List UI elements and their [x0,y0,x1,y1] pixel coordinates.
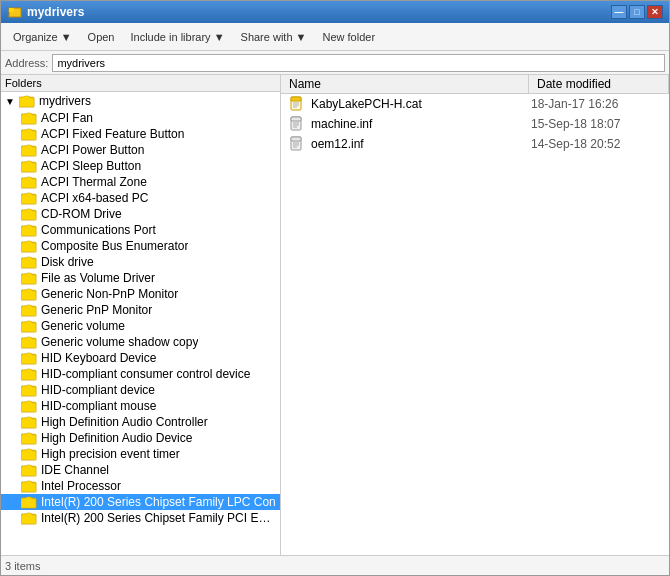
tree-item-label: CD-ROM Drive [41,207,122,221]
tree-item-label: HID-compliant device [41,383,155,397]
left-panel-header: Folders [1,75,280,92]
tree-item[interactable]: HID-compliant consumer control device [1,366,280,382]
file-date: 15-Sep-18 18:07 [531,117,661,131]
status-bar: 3 items [1,555,669,575]
file-date: 18-Jan-17 16:26 [531,97,661,111]
right-panel: Name Date modified KabyLakePCH-H.cat18-J… [281,75,669,555]
tree-item-label: IDE Channel [41,463,109,477]
tree-item[interactable]: High precision event timer [1,446,280,462]
folders-label: Folders [5,77,42,89]
tree-item-label: Composite Bus Enumerator [41,239,188,253]
include-in-library-button[interactable]: Include in library ▼ [123,29,233,45]
folder-icon [21,351,37,365]
folder-icon [21,367,37,381]
tree-item[interactable]: CD-ROM Drive [1,206,280,222]
tree-item[interactable]: Generic Non-PnP Monitor [1,286,280,302]
folder-icon [21,479,37,493]
organize-button[interactable]: Organize ▼ [5,29,80,45]
column-header-name[interactable]: Name [281,75,529,93]
tree-item[interactable]: Intel(R) 200 Series Chipset Family PCI E… [1,510,280,526]
folder-icon [21,255,37,269]
tree-item[interactable]: High Definition Audio Controller [1,414,280,430]
folder-icon [21,447,37,461]
tree-item[interactable]: IDE Channel [1,462,280,478]
folder-icon [21,271,37,285]
svg-rect-30 [291,97,301,101]
root-folder-icon [19,94,35,108]
tree-item[interactable]: HID-compliant mouse [1,398,280,414]
tree-item[interactable]: ACPI Fixed Feature Button [1,126,280,142]
tree-item[interactable]: Composite Bus Enumerator [1,238,280,254]
folder-icon [21,511,37,525]
tree-item[interactable]: Intel(R) 200 Series Chipset Family LPC C… [1,494,280,510]
share-with-button[interactable]: Share with ▼ [233,29,315,45]
tree-item-label: Intel(R) 200 Series Chipset Family PCI E… [41,511,276,525]
svg-rect-1 [9,8,14,12]
file-items-container: KabyLakePCH-H.cat18-Jan-17 16:26 machine… [281,94,669,154]
tree-item[interactable]: ACPI Power Button [1,142,280,158]
tree-item-label: HID-compliant consumer control device [41,367,250,381]
minimize-button[interactable]: — [611,5,627,19]
folder-icon [21,415,37,429]
tree-item[interactable]: High Definition Audio Device [1,430,280,446]
tree-item[interactable]: Disk drive [1,254,280,270]
left-panel: Folders ▼ mydrivers ACPI [1,75,281,555]
tree-item-label: High precision event timer [41,447,180,461]
address-input[interactable] [52,54,665,72]
new-folder-button[interactable]: New folder [314,29,383,45]
folder-icon [21,463,37,477]
tree-item-label: Intel Processor [41,479,121,493]
status-text: 3 items [5,560,40,572]
tree-item[interactable]: HID-compliant device [1,382,280,398]
tree-item-label: ACPI Fixed Feature Button [41,127,184,141]
tree-item-label: ACPI Sleep Button [41,159,141,173]
folder-icon [21,223,37,237]
file-icon [289,96,305,112]
file-name: machine.inf [311,117,525,131]
tree-item-label: Generic PnP Monitor [41,303,152,317]
tree-item[interactable]: HID Keyboard Device [1,350,280,366]
tree-item[interactable]: ACPI Thermal Zone [1,174,280,190]
window-icon [7,4,23,20]
file-list[interactable]: KabyLakePCH-H.cat18-Jan-17 16:26 machine… [281,94,669,555]
tree-root[interactable]: ▼ mydrivers [1,92,280,110]
file-item[interactable]: machine.inf15-Sep-18 18:07 [281,114,669,134]
folder-icon [21,191,37,205]
tree-item-label: Generic volume [41,319,125,333]
column-header-date[interactable]: Date modified [529,75,669,93]
close-button[interactable]: ✕ [647,5,663,19]
tree-item-label: File as Volume Driver [41,271,155,285]
maximize-button[interactable]: □ [629,5,645,19]
tree-item-label: HID-compliant mouse [41,399,156,413]
tree-item[interactable]: ACPI Sleep Button [1,158,280,174]
tree-item[interactable]: ACPI Fan [1,110,280,126]
open-button[interactable]: Open [80,29,123,45]
file-item[interactable]: oem12.inf14-Sep-18 20:52 [281,134,669,154]
tree-item-label: Communications Port [41,223,156,237]
root-folder-label: mydrivers [39,94,91,108]
folder-icon [21,495,37,509]
toolbar: Organize ▼ Open Include in library ▼ Sha… [1,23,669,51]
file-item[interactable]: KabyLakePCH-H.cat18-Jan-17 16:26 [281,94,669,114]
folder-icon [21,239,37,253]
tree-item[interactable]: Generic volume [1,318,280,334]
tree-item[interactable]: Intel Processor [1,478,280,494]
tree-items-container: ACPI Fan ACPI Fixed Feature Button ACPI … [1,110,280,526]
svg-rect-35 [291,117,301,121]
tree-item-label: ACPI Thermal Zone [41,175,147,189]
tree-item-label: ACPI Power Button [41,143,144,157]
tree-item[interactable]: Communications Port [1,222,280,238]
tree-item-label: Generic volume shadow copy [41,335,198,349]
tree-item-label: Disk drive [41,255,94,269]
folder-icon [21,159,37,173]
tree-item[interactable]: File as Volume Driver [1,270,280,286]
folder-icon [21,175,37,189]
tree-item-label: Intel(R) 200 Series Chipset Family LPC C… [41,495,276,509]
file-name: oem12.inf [311,137,525,151]
tree-item-label: High Definition Audio Device [41,431,192,445]
tree-item[interactable]: Generic volume shadow copy [1,334,280,350]
tree-item[interactable]: Generic PnP Monitor [1,302,280,318]
folder-tree[interactable]: ▼ mydrivers ACPI Fan ACPI Fixed Feature … [1,92,280,555]
folder-icon [21,143,37,157]
tree-item[interactable]: ACPI x64-based PC [1,190,280,206]
